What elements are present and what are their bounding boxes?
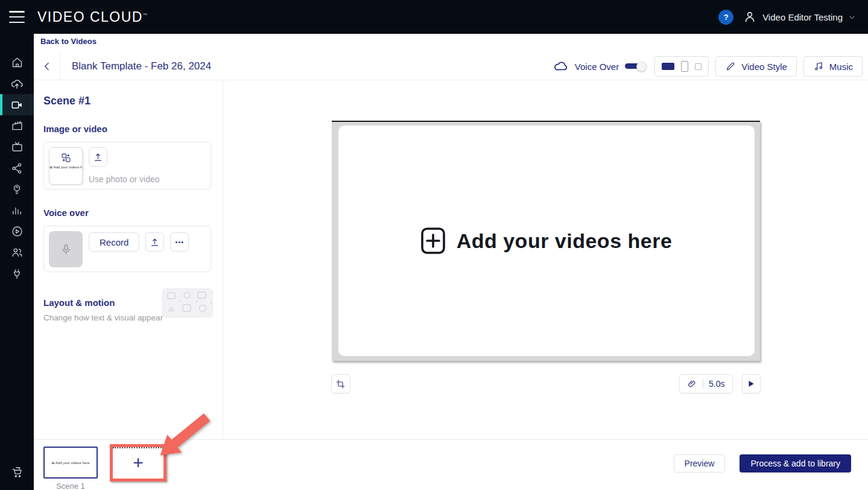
sidebar-item-store[interactable] [0, 462, 34, 483]
sidebar-item-channels[interactable] [0, 136, 34, 158]
upload-icon [93, 152, 103, 162]
account-menu[interactable]: Video Editor Testing [743, 10, 856, 24]
duration-value: 5.0s [709, 379, 724, 389]
ellipsis-icon: ••• [176, 238, 185, 246]
users-icon [11, 246, 24, 259]
plus-icon: + [133, 454, 144, 472]
aspect-landscape-button[interactable] [662, 63, 674, 70]
sidebar-item-ideas[interactable] [0, 179, 34, 200]
sidebar-item-home[interactable] [0, 52, 34, 73]
sidebar-item-audience[interactable] [0, 242, 34, 263]
scene-1-thumbnail[interactable]: ⊞ Add your videos here [43, 447, 98, 479]
use-photo-hint: Use photo or video [89, 174, 160, 184]
scene-media-thumbnail[interactable]: ⊞ Add your videos here [49, 147, 83, 185]
voice-over-heading: Voice over [43, 208, 211, 218]
voice-over-toggle[interactable] [625, 62, 647, 71]
layout-motion-thumbnail[interactable] [162, 288, 213, 317]
app-logo: VIDEO CLOUD™ [37, 9, 148, 25]
upload-icon [150, 237, 160, 247]
scene-1-label: Scene 1 [43, 482, 98, 490]
top-app-bar: VIDEO CLOUD™ ? Video Editor Testing [0, 0, 868, 34]
left-nav-sidebar [0, 34, 34, 490]
add-scene-button[interactable]: + [110, 444, 166, 482]
home-icon [11, 56, 24, 69]
image-or-video-card: ⊞ Add your videos here Use photo or vide… [43, 142, 211, 189]
aspect-ratio-selector [654, 56, 709, 77]
scene-settings-panel: Scene #1 Image or video ⊞ Add your video… [34, 80, 223, 439]
voice-over-label: Voice Over [575, 62, 619, 72]
aspect-portrait-button[interactable] [681, 61, 688, 72]
play-button[interactable] [742, 374, 761, 393]
aspect-square-button[interactable] [695, 63, 702, 70]
crop-button[interactable] [331, 374, 350, 393]
scene-thumb-text: Add your videos here [55, 461, 90, 465]
add-video-plus-icon [420, 227, 446, 255]
video-camera-icon [10, 98, 24, 112]
user-icon [743, 10, 757, 24]
lightbulb-icon [11, 183, 23, 196]
sidebar-item-projects[interactable] [0, 115, 34, 136]
main-content: Back to Videos Blank Template - Feb 26, … [34, 34, 868, 490]
timeline-bar: ⊞ Add your videos here Scene 1 + Preview… [34, 439, 868, 490]
chevron-left-icon [42, 61, 52, 72]
video-canvas-inner[interactable]: Add your videos here [338, 126, 755, 356]
hamburger-menu-icon[interactable] [9, 11, 25, 23]
voice-over-toggle-group: Voice Over [553, 59, 647, 74]
cart-icon [11, 466, 24, 479]
video-canvas: Add your videos here [332, 121, 760, 361]
video-style-label: Video Style [741, 62, 787, 72]
share-icon [11, 162, 23, 174]
voice-over-card: Record ••• [43, 226, 211, 272]
sidebar-item-analytics[interactable] [0, 200, 34, 221]
sidebar-item-upload[interactable] [0, 73, 34, 94]
upload-voice-button[interactable] [145, 232, 164, 252]
video-style-button[interactable]: Video Style [715, 56, 797, 77]
bar-chart-icon [11, 205, 23, 217]
duration-divider [703, 379, 703, 389]
preview-area: Add your videos here 5.0s [223, 80, 868, 439]
cloud-upload-icon [10, 77, 24, 91]
chevron-down-icon [848, 13, 856, 21]
cloud-icon [553, 59, 569, 74]
thumb-placeholder-text: Add your videos here [53, 165, 82, 169]
sidebar-item-player[interactable] [0, 221, 34, 242]
music-button[interactable]: Music [803, 56, 863, 77]
account-name: Video Editor Testing [762, 12, 843, 22]
crop-icon [335, 379, 346, 389]
pen-icon [725, 61, 736, 72]
help-button[interactable]: ? [718, 10, 733, 25]
media-pattern-icon [163, 289, 213, 317]
dashed-edge [113, 447, 163, 448]
sidebar-item-video-editor[interactable] [0, 94, 34, 115]
music-note-icon [813, 61, 824, 72]
footer-actions: Preview Process & add to library [674, 454, 851, 472]
back-button[interactable] [34, 53, 60, 80]
back-to-videos-link[interactable]: Back to Videos [40, 37, 97, 46]
clapperboard-icon [11, 119, 24, 132]
header-divider [60, 53, 60, 80]
scene-title: Scene #1 [43, 95, 211, 107]
microphone-icon [60, 244, 72, 255]
sidebar-item-share[interactable] [0, 158, 34, 179]
scene-strip: ⊞ Add your videos here Scene 1 + [43, 447, 166, 490]
sidebar-item-integrations[interactable] [0, 263, 34, 284]
trademark-mark: ™ [143, 13, 148, 17]
scene-1-item[interactable]: ⊞ Add your videos here Scene 1 [43, 447, 98, 490]
paperclip-icon [687, 379, 697, 389]
record-button[interactable]: Record [89, 232, 139, 252]
process-add-library-button[interactable]: Process & add to library [740, 454, 851, 472]
preview-button[interactable]: Preview [674, 454, 726, 472]
canvas-placeholder-text: Add your videos here [457, 229, 673, 253]
upload-media-button[interactable] [89, 147, 107, 167]
voice-more-options-button[interactable]: ••• [170, 232, 189, 252]
editor-header: Blank Template - Feb 26, 2024 Voice Over… [34, 53, 868, 80]
music-label: Music [829, 62, 853, 72]
play-icon [747, 380, 755, 388]
plug-icon [11, 268, 23, 280]
image-or-video-heading: Image or video [43, 124, 211, 134]
scene-duration-button[interactable]: 5.0s [679, 374, 732, 393]
project-title: Blank Template - Feb 26, 2024 [72, 60, 211, 72]
swap-media-icon [61, 153, 71, 163]
voice-clip-placeholder[interactable] [49, 231, 83, 267]
stage-controls: 5.0s [331, 374, 761, 393]
